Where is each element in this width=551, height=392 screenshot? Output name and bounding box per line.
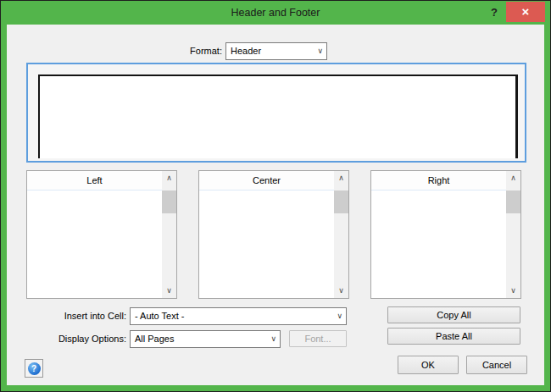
- panel-title-left: Left: [27, 171, 162, 190]
- scrollbar-right[interactable]: ∧ ∨: [506, 171, 520, 298]
- panel-right: Right ∧ ∨: [370, 170, 521, 299]
- paste-all-button[interactable]: Paste All: [387, 328, 520, 345]
- header-footer-dialog: Header and Footer ? × Format: Header ∨ L…: [0, 0, 551, 392]
- close-button[interactable]: ×: [506, 2, 545, 22]
- scroll-up-icon[interactable]: ∧: [334, 171, 348, 185]
- chevron-down-icon: ∨: [337, 308, 342, 324]
- font-button[interactable]: Font...: [289, 330, 347, 347]
- left-text-input[interactable]: [27, 191, 162, 298]
- scrollbar-thumb[interactable]: [162, 190, 176, 213]
- scrollbar-center[interactable]: ∧ ∨: [334, 171, 348, 298]
- panel-title-right: Right: [371, 171, 506, 190]
- ok-button[interactable]: OK: [398, 356, 459, 374]
- display-options-value: All Pages: [135, 331, 174, 347]
- close-icon: ×: [522, 2, 530, 21]
- format-select[interactable]: Header ∨: [225, 42, 327, 60]
- scroll-down-icon[interactable]: ∨: [334, 284, 348, 298]
- right-text-input[interactable]: [371, 191, 506, 298]
- scroll-up-icon[interactable]: ∧: [162, 171, 176, 185]
- scroll-down-icon[interactable]: ∨: [162, 284, 176, 298]
- header-preview: [26, 63, 526, 163]
- panel-left: Left ∧ ∨: [26, 170, 177, 299]
- display-options-label: Display Options:: [7, 330, 126, 348]
- scrollbar-left[interactable]: ∧ ∨: [162, 171, 176, 298]
- help-button[interactable]: ?: [25, 359, 43, 378]
- scrollbar-thumb[interactable]: [506, 190, 520, 213]
- format-value: Header: [231, 43, 261, 59]
- copy-all-button[interactable]: Copy All: [387, 306, 520, 323]
- scroll-down-icon[interactable]: ∨: [506, 284, 520, 298]
- help-icon: ?: [28, 362, 41, 375]
- dialog-title: Header and Footer: [1, 1, 550, 25]
- insert-into-cell-label: Insert into Cell:: [7, 307, 126, 325]
- display-options-select[interactable]: All Pages ∨: [130, 330, 281, 348]
- insert-into-cell-select[interactable]: - Auto Text - ∨: [130, 307, 347, 325]
- titlebar-help-button[interactable]: ?: [487, 1, 501, 25]
- chevron-down-icon: ∨: [317, 43, 323, 59]
- format-label: Format:: [168, 42, 222, 60]
- scrollbar-thumb[interactable]: [334, 190, 348, 213]
- titlebar[interactable]: Header and Footer ? ×: [1, 1, 550, 25]
- panel-title-center: Center: [199, 171, 334, 190]
- chevron-down-icon: ∨: [270, 331, 276, 347]
- scroll-up-icon[interactable]: ∧: [506, 171, 520, 185]
- dialog-body: Format: Header ∨ Left ∧ ∨ Center ∧: [7, 25, 544, 385]
- insert-into-cell-value: - Auto Text -: [135, 308, 185, 324]
- cancel-button[interactable]: Cancel: [466, 356, 527, 374]
- page-preview: [38, 75, 518, 158]
- panel-center: Center ∧ ∨: [198, 170, 349, 299]
- center-text-input[interactable]: [199, 191, 334, 298]
